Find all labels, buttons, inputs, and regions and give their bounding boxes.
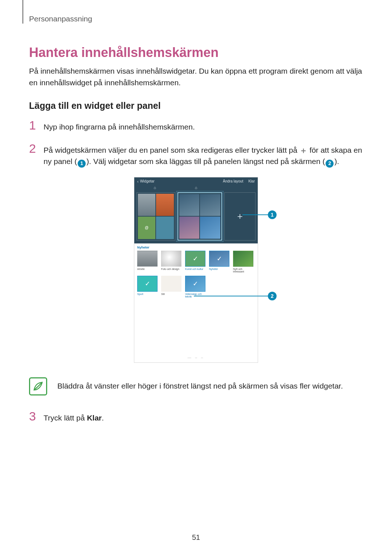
- callout-2: 2: [194, 292, 277, 300]
- step-1-text: Nyp ihop fingrarna på innehållshemskärme…: [44, 119, 195, 133]
- breadcrumb: Personanpassning: [29, 15, 363, 23]
- plus-icon: ＋: [299, 147, 307, 155]
- device-title: Widgetar: [140, 179, 218, 183]
- margin-rule: [23, 0, 23, 24]
- device-action-layout: Ändra layout: [223, 179, 243, 183]
- note-icon: [29, 377, 47, 395]
- back-icon: ‹: [137, 179, 139, 184]
- pager-dots: — – –: [137, 353, 255, 362]
- widget-item: ✓Konst och kultur: [185, 251, 205, 274]
- device-action-done: Klar: [248, 179, 255, 183]
- badge-1-inline: 1: [78, 160, 86, 168]
- note-text: Bläddra åt vänster eller höger i fönstre…: [57, 377, 343, 392]
- page-number: 51: [0, 533, 392, 542]
- step-3-text: Tryck lätt på Klar.: [44, 410, 104, 424]
- device-header: ‹ Widgetar Ändra layout Klar: [134, 177, 258, 185]
- step-1: 1 Nyp ihop fingrarna på innehållshemskär…: [29, 119, 363, 133]
- widget-item: ✓Sport: [137, 276, 158, 299]
- home-icon: ⌂: [134, 185, 175, 191]
- page-title: Hantera innehållshemskärmen: [29, 45, 363, 60]
- section-heading: Lägga till en widget eller panel: [29, 100, 363, 111]
- step-3-number: 3: [29, 410, 44, 422]
- step-1-number: 1: [29, 119, 44, 131]
- callout-1: 1: [242, 210, 277, 219]
- widget-item: Arbete: [137, 251, 158, 274]
- widget-item: ✓Nyheter: [209, 251, 229, 274]
- widget-category: Nyheter: [137, 246, 255, 249]
- callout-1-badge: 1: [268, 210, 277, 219]
- widget-item: Foto och design: [161, 251, 181, 274]
- device-screenshot: ‹ Widgetar Ändra layout Klar ⌂ ⌂ @: [134, 177, 258, 363]
- panel-2-selected: [177, 192, 222, 241]
- widget-item: Nytt och intressant: [233, 251, 253, 274]
- home-outline-icon: ⌂: [175, 185, 216, 191]
- step-3: 3 Tryck lätt på Klar.: [29, 410, 363, 424]
- intro-paragraph: På innehållshemskärmen visas innehållswi…: [29, 65, 363, 88]
- device-home-row: ⌂ ⌂: [134, 185, 258, 191]
- note-block: Bläddra åt vänster eller höger i fönstre…: [29, 377, 363, 395]
- step-2-number: 2: [29, 142, 44, 155]
- step-2: 2 På widgetskärmen väljer du en panel so…: [29, 142, 363, 168]
- figure: ‹ Widgetar Ändra layout Klar ⌂ ⌂ @: [29, 177, 363, 363]
- step-2-text: På widgetskärmen väljer du en panel som …: [44, 142, 363, 168]
- callout-2-badge: 2: [268, 292, 277, 300]
- badge-2-inline: 2: [326, 160, 334, 168]
- widget-item: Stil: [161, 276, 181, 299]
- plus-icon: +: [237, 211, 242, 222]
- panel-1: @: [136, 192, 175, 241]
